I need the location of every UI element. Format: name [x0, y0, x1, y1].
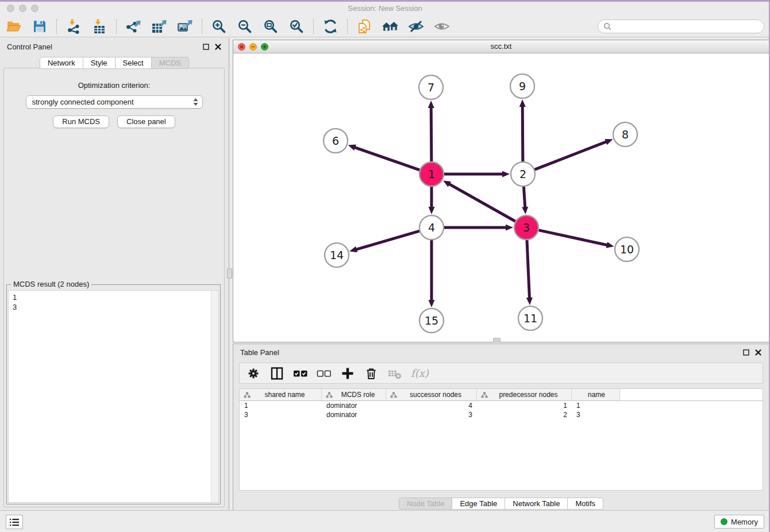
node-table-header-row: shared nameMCDS rolesuccessor nodesprede… — [240, 389, 763, 401]
node-label: 1 — [428, 168, 435, 180]
import-network-icon[interactable] — [64, 17, 83, 36]
run-mcds-button[interactable]: Run MCDS — [53, 115, 109, 128]
column-header-shared-name[interactable]: shared name — [240, 389, 322, 400]
node-label: 3 — [523, 221, 530, 234]
search-input[interactable] — [614, 22, 759, 30]
close-window-button[interactable] — [7, 5, 14, 12]
maximize-view-icon[interactable] — [261, 43, 268, 51]
table-cell[interactable]: dominator — [322, 411, 386, 419]
table-cell[interactable]: 3 — [240, 411, 322, 419]
tab-network[interactable]: Network — [40, 57, 83, 69]
toggle-columns-icon[interactable] — [270, 366, 284, 381]
column-header-name[interactable]: name — [572, 389, 620, 400]
table-cell[interactable]: 1 — [240, 402, 322, 410]
zoom-in-icon[interactable] — [210, 17, 228, 36]
import-table-icon[interactable] — [90, 17, 109, 36]
column-header-MCDS-role[interactable]: MCDS role — [322, 389, 386, 400]
close-panel-button[interactable]: Close panel — [117, 115, 175, 128]
edge-arrowhead-icon — [506, 225, 513, 231]
delete-column-icon[interactable] — [364, 366, 379, 381]
traffic-lights — [7, 5, 38, 12]
delete-table-icon[interactable] — [387, 366, 402, 381]
float-panel-icon[interactable] — [202, 43, 210, 51]
show-all-icon[interactable] — [433, 17, 451, 36]
tab-edge-table[interactable]: Edge Table — [452, 498, 505, 510]
column-header-label: successor nodes — [397, 391, 474, 399]
tab-node-table[interactable]: Node Table — [399, 498, 453, 510]
graph-edge-3-1[interactable] — [448, 183, 515, 221]
main-toolbar — [0, 16, 770, 37]
column-header-label: name — [576, 391, 617, 399]
graph-edge-4-14[interactable] — [355, 231, 419, 250]
table-cell[interactable]: 1 — [477, 402, 572, 410]
horizontal-splitter-grip[interactable] — [493, 338, 500, 342]
table-cell[interactable]: dominator — [322, 402, 386, 410]
column-header-label: predecessor nodes — [488, 391, 569, 399]
window-titlebar: Session: New Session — [0, 2, 770, 16]
control-panel-title: Control Panel — [7, 43, 198, 51]
export-image-icon[interactable] — [176, 17, 194, 36]
control-panel-tabs: Network Style Select MCDS — [0, 57, 229, 69]
zoom-out-icon[interactable] — [236, 17, 254, 36]
node-label: 9 — [519, 80, 526, 92]
close-table-panel-icon[interactable] — [754, 349, 762, 356]
memory-status-dot — [721, 518, 727, 525]
tab-style[interactable]: Style — [83, 57, 116, 69]
mcds-result-textarea[interactable]: 13 — [8, 290, 219, 503]
table-cell[interactable]: 1 — [572, 402, 620, 410]
tab-mcds[interactable]: MCDS — [151, 57, 189, 69]
result-line: 1 — [13, 292, 218, 302]
export-table-icon[interactable] — [150, 17, 168, 36]
toolbar-separator — [313, 19, 314, 34]
zoom-selected-icon[interactable] — [287, 17, 306, 36]
graph-edge-2-8[interactable] — [535, 141, 608, 169]
first-neighbors-icon[interactable] — [381, 17, 399, 36]
float-table-panel-icon[interactable] — [742, 349, 750, 356]
refresh-view-icon[interactable] — [321, 17, 340, 36]
column-header-successor-nodes[interactable]: successor nodes — [386, 389, 477, 400]
graph-edge-1-7[interactable] — [431, 106, 432, 161]
hide-selected-icon[interactable] — [407, 17, 425, 36]
function-builder-icon[interactable]: f(x) — [411, 367, 429, 379]
task-history-button[interactable] — [6, 515, 23, 529]
table-panel-header: Table Panel — [233, 344, 769, 358]
criterion-dropdown[interactable]: strongly connected component — [26, 95, 203, 109]
select-all-columns-icon[interactable] — [293, 366, 308, 381]
table-cell[interactable]: 4 — [386, 402, 477, 410]
tab-network-table[interactable]: Network Table — [505, 498, 568, 510]
network-canvas[interactable]: 7968124314101511 — [233, 54, 769, 342]
table-cell[interactable]: 3 — [386, 411, 477, 419]
zoom-window-button[interactable] — [31, 5, 38, 12]
clone-network-icon[interactable] — [355, 17, 374, 36]
zoom-fit-icon[interactable] — [261, 17, 280, 36]
open-file-icon[interactable] — [5, 17, 23, 36]
table-cell[interactable]: 3 — [572, 411, 620, 419]
graph-edge-3-11[interactable] — [527, 240, 530, 299]
export-network-icon[interactable] — [124, 17, 143, 36]
network-window-titlebar[interactable]: scc.txt — [233, 40, 769, 53]
minimize-window-button[interactable] — [19, 5, 26, 12]
edge-arrowhead-icon — [429, 207, 435, 214]
minimize-view-icon[interactable] — [249, 43, 257, 51]
graph-edge-3-10[interactable] — [538, 230, 608, 245]
save-session-icon[interactable] — [30, 17, 49, 36]
tab-motifs[interactable]: Motifs — [567, 498, 603, 510]
table-row[interactable]: 3dominator323 — [240, 410, 763, 419]
toolbar-separator — [202, 19, 202, 34]
graph-edge-2-9[interactable] — [522, 105, 523, 161]
table-cell[interactable]: 2 — [477, 411, 572, 419]
tab-select[interactable]: Select — [115, 57, 152, 69]
graph-edge-2-3[interactable] — [523, 187, 525, 209]
sort-hierarchy-icon — [390, 392, 397, 398]
settings-gear-icon[interactable] — [246, 366, 261, 381]
vertical-splitter-grip[interactable] — [227, 268, 232, 279]
memory-button[interactable]: Memory — [714, 515, 764, 529]
column-header-predecessor-nodes[interactable]: predecessor nodes — [477, 389, 572, 400]
table-row[interactable]: 1dominator411 — [240, 401, 763, 410]
graph-edge-1-6[interactable] — [353, 147, 419, 170]
unselect-all-columns-icon[interactable] — [317, 366, 332, 381]
close-panel-icon[interactable] — [214, 43, 222, 51]
add-column-icon[interactable] — [340, 366, 355, 381]
close-view-icon[interactable] — [238, 43, 245, 51]
result-scrollbar[interactable] — [211, 291, 218, 502]
